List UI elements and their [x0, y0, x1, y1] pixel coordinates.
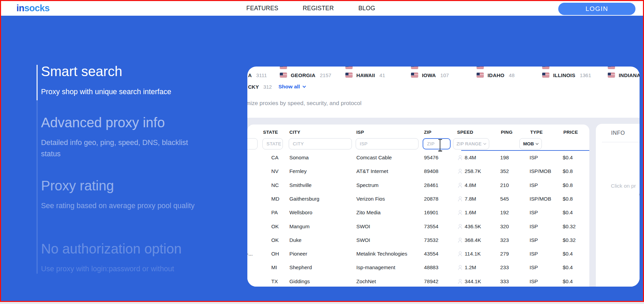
- cell-isp: AT&T Internet: [356, 164, 388, 178]
- state-filter-input[interactable]: [262, 138, 283, 149]
- login-button[interactable]: LOGIN: [558, 3, 635, 15]
- cell-state: MI: [271, 261, 277, 274]
- feature-title: Advanced proxy info: [41, 115, 202, 130]
- us-flag-icon: [411, 67, 418, 69]
- cell-zip: 28461: [424, 178, 438, 192]
- state-name: IDAHO: [488, 72, 504, 78]
- cell-isp: Zito Media: [356, 206, 381, 219]
- state-item-clipped-left-2[interactable]: CKY 312: [248, 83, 272, 90]
- person-icon: [458, 238, 462, 243]
- state-count: 3111: [256, 72, 267, 78]
- table-row[interactable]: NVFernleyAT&T Internet89408258.7K352ISP/…: [247, 164, 589, 178]
- cell-city: Wellsboro: [289, 206, 312, 219]
- cell-state: NC: [271, 178, 279, 192]
- chevron-down-icon: [536, 142, 538, 144]
- state-count: 312: [263, 84, 272, 90]
- isp-filter-input[interactable]: [356, 138, 419, 149]
- cell-type: ISP: [530, 247, 538, 261]
- nav-link-blog[interactable]: BLOG: [358, 5, 375, 12]
- logo[interactable]: insocks: [16, 3, 50, 14]
- table-row[interactable]: TXGiddingsZochNet78942344.1K333ISP$0.4: [247, 275, 589, 287]
- column-header-isp: ISP: [356, 130, 364, 135]
- table-row[interactable]: OKDukeSWOI73532368.4K323ISP$0.32: [247, 233, 589, 247]
- cell-isp: Comcast Cable: [356, 151, 392, 164]
- cell-isp: Metalink Technologies: [356, 247, 407, 261]
- cell-price: $0.8: [563, 164, 573, 178]
- show-all-label: Show all: [278, 84, 300, 90]
- us-flag-icon: [608, 73, 615, 77]
- cell-speed: 368.4K: [465, 233, 481, 247]
- city-filter-input[interactable]: [289, 138, 352, 149]
- cell-zip: 95476: [424, 151, 438, 164]
- cell-ping: 323: [500, 233, 509, 247]
- clipped-filter-input[interactable]: [247, 138, 258, 149]
- cell-zip: 43554: [424, 247, 438, 261]
- cell-isp: ZochNet: [356, 275, 376, 287]
- state-item-hawaii[interactable]: HAWAII41: [345, 71, 385, 79]
- show-all-toggle[interactable]: Show all: [278, 83, 305, 90]
- ibeam-text-cursor: [438, 139, 442, 151]
- us-flag-icon: [608, 67, 615, 69]
- cell-price: $0.8: [563, 178, 573, 192]
- us-flag-icon: [280, 67, 287, 69]
- state-item-illinois[interactable]: ILLINOIS1361: [542, 71, 591, 79]
- type-value: MOB: [523, 141, 534, 146]
- feature-no-authorization[interactable]: No authorization option Use proxy with l…: [41, 241, 202, 275]
- info-message-line2: and: [639, 191, 640, 197]
- person-icon: [458, 183, 462, 188]
- table-row[interactable]: NCSmithvilleSpectrum284614.8M210ISP$0.8: [247, 178, 589, 192]
- zip-filter-input-focused[interactable]: [423, 138, 451, 149]
- cell-speed: 1.2M: [465, 261, 476, 274]
- column-header-speed: SPEED: [457, 130, 473, 135]
- cell-price: $0.8: [563, 192, 573, 206]
- table-row[interactable]: MIShepherdIsp-management488831.2M233ISP$…: [247, 261, 589, 274]
- table-row[interactable]: MDGaithersburgVerizon Fios208787.8M545IS…: [247, 192, 589, 206]
- feature-desc: Detailed info geo, ping, speed, DNS, bla…: [41, 137, 202, 160]
- cell-state: NV: [271, 164, 278, 178]
- feature-advanced-proxy-info[interactable]: Advanced proxy info Detailed info geo, p…: [41, 115, 202, 160]
- cell-type: ISP: [530, 220, 538, 233]
- state-item-idaho[interactable]: IDAHO48: [477, 71, 515, 79]
- state-name: INDIANA: [619, 72, 640, 78]
- state-count: 2157: [320, 72, 331, 78]
- cell-type: ISP: [530, 233, 538, 247]
- feature-title: No authorization option: [41, 241, 202, 257]
- table-row[interactable]: OKMangumSWOI73554436.5K320ISP$0.32: [247, 220, 589, 233]
- info-divider: [602, 142, 640, 142]
- cell-zip: 16901: [424, 206, 438, 219]
- state-item-iowa[interactable]: IOWA107: [411, 71, 449, 79]
- chevron-down-icon: [302, 85, 306, 88]
- type-dropdown[interactable]: MOB: [519, 138, 542, 149]
- nav-link-register[interactable]: REGISTER: [303, 5, 334, 12]
- cell-zip: 48883: [424, 261, 438, 274]
- cell-type: ISP/MOB: [530, 192, 551, 206]
- cell-ping: 279: [500, 247, 509, 261]
- feature-proxy-rating[interactable]: Proxy rating See rating based on average…: [41, 178, 202, 212]
- state-item-clipped-left[interactable]: A 3111: [248, 71, 267, 79]
- state-name: IOWA: [422, 72, 436, 78]
- state-item-indiana[interactable]: INDIANA: [608, 71, 640, 79]
- cell-speed: 1.6M: [465, 206, 476, 219]
- feature-desc: See rating based on average proxy pool q…: [41, 200, 202, 212]
- table-row[interactable]: -...OHPioneerMetalink Technologies435541…: [247, 247, 589, 261]
- cell-state: OK: [271, 220, 279, 233]
- table-row[interactable]: PAWellsboroZito Media169011.6M192ISP$0.4: [247, 206, 589, 219]
- cell-city: Sonoma: [289, 151, 309, 164]
- table-row[interactable]: CASonomaComcast Cable954768.4M198ISP$0.4: [247, 151, 589, 164]
- us-flag-icon: [345, 73, 353, 77]
- cell-price: $0.4: [563, 206, 573, 219]
- zip-range-dropdown[interactable]: ZIP RANGE: [453, 138, 489, 149]
- cell-ping: 233: [500, 261, 509, 274]
- state-name: HAWAII: [356, 72, 375, 78]
- person-icon: [458, 265, 462, 270]
- nav-link-features[interactable]: FEATURES: [246, 5, 278, 12]
- cell-speed: 344.1K: [465, 275, 481, 287]
- feature-track-active-segment: [37, 65, 38, 100]
- person-icon: [458, 251, 462, 256]
- cell-speed: 114.1K: [465, 247, 481, 261]
- state-item-georgia[interactable]: GEORGIA2157: [280, 71, 331, 79]
- cell-state: MD: [271, 192, 279, 206]
- state-name-fragment: A: [248, 72, 252, 78]
- cell-price: $0.32: [563, 233, 576, 247]
- feature-smart-search[interactable]: Smart search Proxy shop with unique sear…: [41, 63, 202, 98]
